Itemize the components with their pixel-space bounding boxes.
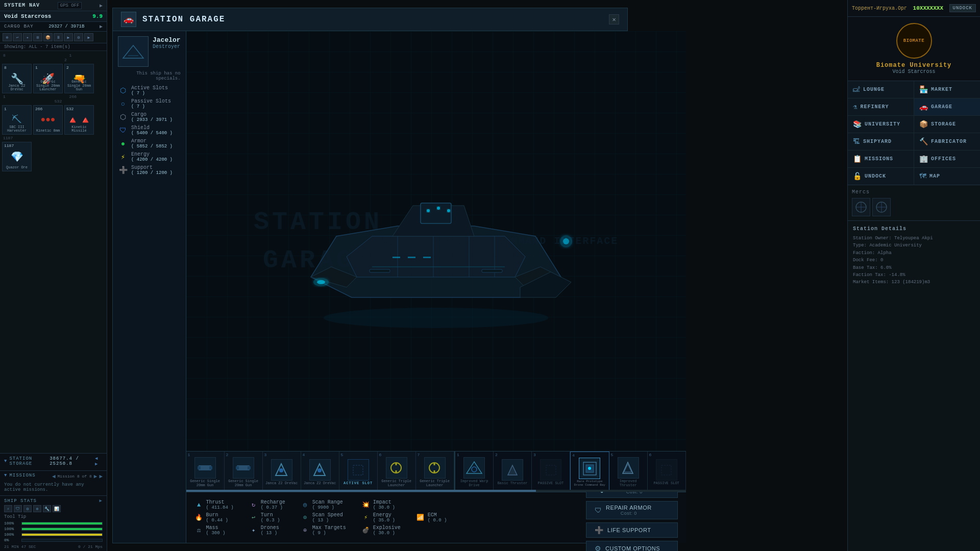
inv-item-launcher[interactable]: 1 🚀 Generic Single 20mm Launcher (33, 64, 63, 93)
storage-icon: 📦 (919, 120, 928, 129)
nav-garage[interactable]: 🚗 GARAGE (914, 98, 980, 115)
thrust-label: Thrust (206, 499, 234, 505)
slot-p4[interactable]: 4 Rare Prototype Drone Command Bay (570, 452, 609, 492)
nav-market[interactable]: 🏪 MARKET (914, 81, 980, 98)
slot-scrollbar-fill (186, 490, 536, 492)
nav-offices[interactable]: 🏢 OFFICES (914, 151, 980, 167)
close-button[interactable]: ✕ (609, 14, 619, 24)
toolbar-btn-5[interactable]: 📦 (43, 33, 53, 41)
slot-p1[interactable]: 1 Improved Warp Drive (455, 452, 494, 492)
inv-count-harvester: 1 (4, 107, 7, 111)
inv-item-ore[interactable]: 1187 💎 Quazor Ore (2, 142, 32, 171)
stat-recharge: ↻ Recharge ( 0.37 ) (249, 499, 285, 510)
missions-section: ▼ MISSIONS ◀ Mission 8 of 8 ▶ ▶ You do n… (0, 470, 107, 495)
inv-count-gun: 2 (66, 65, 69, 70)
slot-p6-empty[interactable]: 6 PASSIVE SLOT (648, 452, 686, 492)
university-label: UNIVERSITY (865, 121, 900, 127)
inv-item-janca[interactable]: 8 🔧 Janca Z2 DreVac (2, 64, 32, 93)
missions-nav-prev[interactable]: ◀ (52, 473, 56, 480)
toolbar-btn-1[interactable]: ⊕ (3, 33, 12, 41)
stats-icon-1[interactable]: ⚡ (4, 505, 12, 512)
slot-5-active[interactable]: 5 ACTIVE SLOT (339, 452, 378, 492)
ship-info-header: Jacelor Destroyer (118, 36, 181, 67)
stats-icon-6[interactable]: 📊 (53, 505, 61, 512)
slot-7[interactable]: 7 Generic Triple Launcher (416, 452, 454, 492)
expand-arrow[interactable]: ▶ (100, 3, 103, 9)
toolbar-btn-4[interactable]: ⊞ (33, 33, 42, 41)
slot-p5[interactable]: 5 Improved Thruster (609, 452, 648, 492)
inv-item-kinetic8[interactable]: 266 ●●● Kinetic 8mm (33, 105, 63, 135)
nav-undock[interactable]: 🔓 UNDOCK (848, 168, 914, 185)
slot-p2[interactable]: 2 Basic Thruster (494, 452, 532, 492)
map-icon: 🗺 (919, 172, 926, 181)
slot-num-p3: 3 (533, 453, 536, 457)
slot-p3-empty[interactable]: 3 PASSIVE SLOT (532, 452, 570, 492)
stats-icon-2[interactable]: 🛡 (14, 505, 22, 512)
toolbar-btn-3[interactable]: ✦ (23, 33, 32, 41)
repair-armor-button[interactable]: 🛡 REPAIR ARMOR Cost: 0 (586, 501, 678, 519)
biomate-logo: BIOMATE (896, 23, 932, 59)
missions-arrow[interactable]: ▼ (4, 473, 7, 478)
garage-icon: 🚗 (121, 12, 136, 27)
slot-4[interactable]: 4 Janca Z2 DreVac (301, 452, 339, 492)
life-support-button[interactable]: ➕ LIFE SUPPORT (586, 522, 678, 538)
timer-row: 21 MIN 47 SEC 0 / 21 Mps (4, 544, 103, 549)
stats-icon-4[interactable]: ⊕ (33, 505, 41, 512)
ship-stats-expand[interactable]: ▶ (100, 498, 103, 504)
nav-lounge[interactable]: 🛋 LOUNGE (848, 81, 914, 98)
lounge-icon: 🛋 (853, 86, 860, 94)
repair-armor-icon: 🛡 (595, 506, 602, 514)
inv-item-missile[interactable]: 532 🔺🔺 Kinetic Missile (64, 105, 94, 135)
missions-expand[interactable]: ▶ (99, 473, 103, 480)
stat-impact: 💥 Impact ( 30.0 ) (361, 499, 401, 510)
slot-1[interactable]: 1 Generic Single 20mm Gun (186, 452, 225, 492)
max-targets-info: Max Targets ( 9 ) (312, 525, 346, 536)
toolbar-btn-6[interactable]: ⏸ (54, 33, 63, 41)
stat-burn: 🔥 Burn ( 0.44 ) (194, 512, 234, 523)
inv-row-label-1: 8 1 2 (2, 53, 105, 62)
nav-refinery[interactable]: ⚗ REFINERY (848, 98, 914, 115)
slot-6[interactable]: 6 Generic Triple Launcher (378, 452, 416, 492)
station-base-tax: Base Tax: 6.0% (853, 264, 975, 271)
garage-nav-label: GARAGE (931, 104, 952, 110)
slot-img-p2 (502, 459, 523, 481)
slot-2[interactable]: 2 Generic Single 20mm Gun (225, 452, 263, 492)
merc-slot-2[interactable] (872, 198, 891, 216)
missions-nav-next[interactable]: ▶ (94, 473, 97, 480)
nav-shipyard[interactable]: 🏗 SHIPYARD (848, 133, 914, 150)
inv-icon-kinetic8: ●●● (41, 115, 56, 124)
left-toolbar: ⊕ ↩ ✦ ⊞ 📦 ⏸ ▶ ⚙ ▶ (0, 32, 107, 43)
cargo-expand[interactable]: ▶ (100, 23, 103, 30)
nav-missions[interactable]: 📋 MISSIONS (848, 151, 914, 167)
nav-fabricator[interactable]: 🔨 FABRICATOR (914, 133, 980, 150)
top-undock-button[interactable]: UNDOCK (949, 4, 976, 12)
inv-name-gun: Generic Single 20mm Gun (65, 80, 93, 92)
slot-scrollbar[interactable] (186, 490, 686, 492)
custom-options-button[interactable]: ⚙ CUSTOM OPTIONS (586, 541, 678, 552)
toolbar-btn-7[interactable]: ▶ (64, 33, 73, 41)
station-owner: Station Owner: Telyoupea Akpi (853, 235, 975, 242)
svg-rect-23 (423, 257, 431, 258)
stat-armor: ● Armor ( 5852 / 5852 ) (118, 138, 181, 149)
inv-item-harvester[interactable]: 1 ⛏ SBC III Harvester (2, 105, 32, 135)
storage-arrow[interactable]: ▼ (4, 459, 7, 464)
stat-ecm: 📶 ECM ( 0.0 ) (416, 512, 447, 523)
merc-slot-1[interactable] (852, 198, 870, 216)
toolbar-btn-9[interactable]: ▶ (84, 33, 93, 41)
storage-expand[interactable]: ◀ ▶ (95, 456, 103, 467)
drones-icon: ✦ (249, 526, 258, 535)
svg-point-26 (447, 209, 450, 212)
toolbar-btn-2[interactable]: ↩ (13, 33, 22, 41)
nav-map[interactable]: 🗺 MAP (914, 168, 980, 185)
slot-3[interactable]: 3 Janca Z2 DreVac (263, 452, 301, 492)
stats-icon-5[interactable]: 🔧 (43, 505, 51, 512)
nav-storage[interactable]: 📦 STORAGE (914, 116, 980, 133)
stats-icon-3[interactable]: ⚙ (23, 505, 32, 512)
nav-university[interactable]: 📚 UNIVERSITY (848, 116, 914, 133)
slot-num-5: 5 (341, 453, 344, 457)
bar-group: 100% 100% 100% 0% (4, 521, 103, 542)
toolbar-btn-8[interactable]: ⚙ (74, 33, 83, 41)
stat-turn: ↩ Turn ( 0.3 ) (249, 512, 285, 523)
slot-name-1: Generic Single 20mm Gun (187, 480, 223, 487)
inv-item-gun[interactable]: 2 🔫 Generic Single 20mm Gun (64, 64, 94, 93)
